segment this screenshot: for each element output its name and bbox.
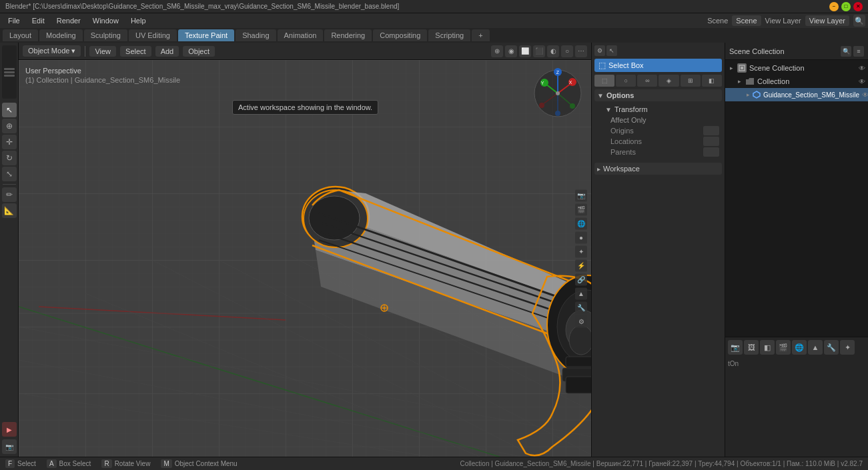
outliner-collection[interactable]: ▸ Collection 👁: [725, 75, 868, 88]
select-tool[interactable]: ↖: [2, 103, 17, 117]
minimize-button[interactable]: −: [829, 2, 839, 11]
prop-view-layer[interactable]: ◧: [760, 340, 775, 355]
tab-uv-editing[interactable]: UV Editing: [129, 29, 177, 41]
outliner-missile-object[interactable]: ▸ Guidance_Section_SM6_Missile 👁: [725, 88, 868, 101]
menu-file[interactable]: File: [3, 15, 25, 26]
tab-shading[interactable]: Shading: [236, 29, 276, 41]
tab-modeling[interactable]: Modeling: [39, 29, 83, 41]
outliner-sync[interactable]: ≡: [853, 46, 864, 57]
active-tool-icon[interactable]: ↖: [606, 45, 617, 56]
tab-rendering[interactable]: Rendering: [324, 29, 372, 41]
transform-sub-header[interactable]: ▼ Transform: [602, 104, 719, 115]
grid-btn-5[interactable]: ⊞: [681, 75, 701, 87]
workspace-icon[interactable]: ⚙: [594, 45, 605, 56]
locations-toggle[interactable]: [703, 137, 719, 146]
grid-btn-6[interactable]: ◧: [702, 75, 722, 87]
tab-sculpting[interactable]: Sculpting: [84, 29, 127, 41]
panel-icon-strip: ⚙ ↖: [594, 45, 722, 56]
viewport-gizmo-toggle[interactable]: ⊕: [491, 45, 503, 57]
particle-btn[interactable]: ✦: [575, 245, 587, 257]
menu-help[interactable]: Help: [125, 15, 151, 26]
tab-layout[interactable]: Layout: [3, 29, 38, 41]
camera-btn[interactable]: 📷: [2, 439, 17, 454]
grid-btn-2[interactable]: ○: [616, 75, 636, 87]
annotate-tool[interactable]: ✏: [2, 187, 17, 202]
props-btn[interactable]: ⚙: [575, 315, 587, 327]
outliner-filter[interactable]: 🔍: [841, 46, 851, 57]
eye-icon-2[interactable]: 👁: [859, 78, 865, 85]
measure-tool[interactable]: 📐: [2, 203, 17, 218]
render-btn[interactable]: ▶: [2, 422, 17, 437]
outliner-scene-collection[interactable]: ▸ Scene Collection 👁: [725, 61, 868, 75]
svg-rect-27: [566, 357, 591, 367]
options-panel-content: ▼ Transform Affect Only Origins Location…: [594, 103, 722, 160]
search-button[interactable]: 🔍: [853, 15, 865, 27]
prop-scene[interactable]: 🎬: [776, 340, 791, 355]
rotate-label: Rotate View: [115, 460, 151, 467]
tab-add[interactable]: +: [472, 29, 489, 41]
camera-view-btn[interactable]: 📷: [575, 189, 587, 201]
prop-output[interactable]: 🖼: [744, 340, 759, 355]
select-menu[interactable]: Select: [120, 46, 151, 57]
options-panel-header[interactable]: ▼ Options: [594, 89, 722, 101]
grid-btn-4[interactable]: ◈: [659, 75, 679, 87]
select-box-tool[interactable]: ⬚ Select Box: [594, 59, 722, 72]
view-menu[interactable]: View: [89, 46, 116, 57]
tab-texture-paint[interactable]: Texture Paint: [178, 29, 234, 41]
physics-btn[interactable]: ⚡: [575, 259, 587, 271]
eye-icon[interactable]: 👁: [859, 65, 865, 72]
collection-label: Collection: [757, 77, 856, 85]
prop-world[interactable]: 🌐: [792, 340, 807, 355]
scene-collection-label: Scene Collection: [729, 47, 785, 55]
parents-toggle[interactable]: [703, 147, 719, 157]
grid-btn-3[interactable]: ∞: [637, 75, 657, 87]
object-data-btn[interactable]: ▲: [575, 287, 587, 299]
eye-icon-3[interactable]: 👁: [862, 91, 868, 99]
material-btn[interactable]: ●: [575, 231, 587, 243]
modifier-btn[interactable]: 🔧: [575, 301, 587, 313]
main-area: ↖ ⊕ ✛ ↻ ⤡ ✏ 📐 ▶ 📷 Object Mode ▾ View Sel…: [0, 43, 868, 457]
prop-icon-row: 📷 🖼 ◧ 🎬 🌐 ▲ 🔧 ✦: [728, 340, 865, 355]
prop-render[interactable]: 📷: [728, 340, 743, 355]
move-tool[interactable]: ✛: [2, 135, 17, 149]
mode-selector[interactable]: Object Mode ▾: [23, 45, 81, 57]
view-layer-selector[interactable]: View Layer: [805, 15, 849, 26]
scale-tool[interactable]: ⤡: [2, 167, 17, 181]
origins-toggle[interactable]: [703, 126, 719, 135]
select-label: Select: [17, 460, 36, 467]
rotate-tool[interactable]: ↻: [2, 151, 17, 165]
workspace-section-header[interactable]: ▸ Workspace: [594, 163, 722, 175]
menu-edit[interactable]: Edit: [27, 15, 50, 26]
close-button[interactable]: ✕: [853, 2, 863, 11]
context-label: Object Context Menu: [175, 460, 238, 467]
render-preview-btn[interactable]: 🎬: [575, 203, 587, 215]
add-menu[interactable]: Add: [155, 46, 179, 57]
world-btn[interactable]: 🌐: [575, 217, 587, 229]
viewport-options-extra[interactable]: ⋯: [575, 45, 587, 57]
viewport-shading-wire[interactable]: ⬜: [519, 45, 531, 57]
select-box-label: Select Box: [608, 61, 644, 69]
scene-selector[interactable]: Scene: [732, 15, 761, 26]
viewport[interactable]: Object Mode ▾ View Select Add Object ⊕ ◉…: [19, 43, 591, 457]
tab-compositing[interactable]: Compositing: [373, 29, 427, 41]
viewport-shading-solid[interactable]: ⬛: [533, 45, 545, 57]
cursor-tool[interactable]: ⊕: [2, 119, 17, 133]
tab-animation[interactable]: Animation: [278, 29, 324, 41]
navigation-gizmo[interactable]: X Y Z: [531, 67, 584, 120]
viewport-shading-render[interactable]: ○: [561, 45, 573, 57]
viewport-overlay-toggle[interactable]: ◉: [505, 45, 517, 57]
menu-window[interactable]: Window: [87, 15, 124, 26]
menu-render[interactable]: Render: [51, 15, 86, 26]
object-menu[interactable]: Object: [183, 46, 215, 57]
tab-scripting[interactable]: Scripting: [428, 29, 470, 41]
constraint-btn[interactable]: 🔗: [575, 273, 587, 285]
grid-btn-1[interactable]: ⬚: [594, 75, 614, 87]
prop-modifier[interactable]: 🔧: [824, 340, 839, 355]
viewport-shading-material[interactable]: ◐: [547, 45, 559, 57]
prop-object[interactable]: ▲: [808, 340, 823, 355]
prop-particles[interactable]: ✦: [840, 340, 855, 355]
viewport-canvas[interactable]: User Perspective (1) Collection | Guidan…: [19, 60, 591, 457]
workspace-arrow: ▸: [597, 165, 600, 173]
maximize-button[interactable]: □: [841, 2, 851, 11]
outliner-content: ▸ Scene Collection 👁 ▸ Collection 👁 ▸: [725, 60, 868, 337]
